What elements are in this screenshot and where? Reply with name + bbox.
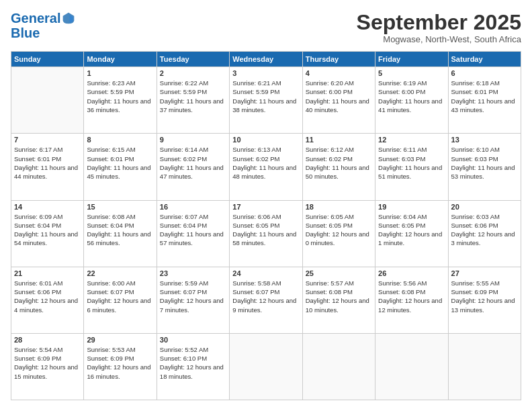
daylight-text: Daylight: 12 hours and 13 minutes. [451, 296, 518, 314]
daylight-text: Daylight: 11 hours and 47 minutes. [160, 163, 226, 181]
table-row: 29 Sunrise: 5:53 AM Sunset: 6:09 PM Dayl… [84, 333, 157, 400]
sunrise-text: Sunrise: 5:57 AM [306, 279, 372, 287]
table-row: 26 Sunrise: 5:56 AM Sunset: 6:08 PM Dayl… [375, 267, 448, 333]
day-number: 20 [451, 203, 518, 211]
header-wednesday: Wednesday [230, 52, 302, 67]
table-row: 10 Sunrise: 6:13 AM Sunset: 6:02 PM Dayl… [230, 134, 302, 200]
table-row: 1 Sunrise: 6:23 AM Sunset: 5:59 PM Dayli… [84, 67, 157, 134]
table-row: 19 Sunrise: 6:04 AM Sunset: 6:05 PM Dayl… [375, 200, 448, 267]
header-sunday: Sunday [11, 52, 84, 67]
sunrise-text: Sunrise: 6:20 AM [306, 79, 372, 87]
logo-text-blue: Blue [11, 26, 75, 40]
day-info: Sunrise: 5:58 AM Sunset: 6:07 PM Dayligh… [232, 279, 299, 314]
header: General Blue September 2025 Mogwase, Nor… [11, 11, 521, 44]
sunrise-text: Sunrise: 6:06 AM [232, 212, 299, 221]
sunrise-text: Sunrise: 6:15 AM [87, 145, 153, 154]
day-info: Sunrise: 6:14 AM Sunset: 6:02 PM Dayligh… [160, 145, 226, 181]
day-info: Sunrise: 6:09 AM Sunset: 6:04 PM Dayligh… [14, 212, 81, 248]
day-number: 2 [160, 69, 226, 77]
sunrise-text: Sunrise: 6:17 AM [14, 145, 81, 154]
table-row: 14 Sunrise: 6:09 AM Sunset: 6:04 PM Dayl… [11, 200, 84, 267]
table-row [375, 333, 448, 400]
table-row: 9 Sunrise: 6:14 AM Sunset: 6:02 PM Dayli… [157, 134, 229, 200]
sunset-text: Sunset: 6:02 PM [306, 154, 372, 163]
header-friday: Friday [375, 52, 448, 67]
table-row: 11 Sunrise: 6:12 AM Sunset: 6:02 PM Dayl… [302, 134, 375, 200]
day-info: Sunrise: 6:12 AM Sunset: 6:02 PM Dayligh… [306, 145, 372, 181]
sunset-text: Sunset: 6:03 PM [451, 154, 518, 163]
day-info: Sunrise: 6:23 AM Sunset: 5:59 PM Dayligh… [87, 79, 153, 114]
daylight-text: Daylight: 11 hours and 56 minutes. [87, 230, 153, 248]
day-number: 5 [378, 69, 445, 77]
day-number: 4 [306, 69, 372, 77]
table-row: 17 Sunrise: 6:06 AM Sunset: 6:05 PM Dayl… [230, 200, 302, 267]
sunset-text: Sunset: 6:02 PM [232, 154, 299, 163]
day-info: Sunrise: 6:08 AM Sunset: 6:04 PM Dayligh… [87, 212, 153, 248]
table-row: 16 Sunrise: 6:07 AM Sunset: 6:04 PM Dayl… [157, 200, 229, 267]
table-row: 4 Sunrise: 6:20 AM Sunset: 6:00 PM Dayli… [302, 67, 375, 134]
table-row: 7 Sunrise: 6:17 AM Sunset: 6:01 PM Dayli… [11, 134, 84, 200]
day-number: 28 [14, 336, 81, 344]
page: General Blue September 2025 Mogwase, Nor… [0, 0, 532, 411]
day-info: Sunrise: 5:57 AM Sunset: 6:08 PM Dayligh… [306, 279, 372, 314]
day-number: 19 [378, 203, 445, 211]
daylight-text: Daylight: 12 hours and 1 minute. [378, 230, 445, 248]
sunset-text: Sunset: 6:09 PM [87, 354, 153, 363]
daylight-text: Daylight: 11 hours and 43 minutes. [451, 97, 518, 115]
day-info: Sunrise: 6:00 AM Sunset: 6:07 PM Dayligh… [87, 279, 153, 314]
sunrise-text: Sunrise: 6:09 AM [14, 212, 81, 221]
day-number: 29 [87, 336, 153, 344]
sunset-text: Sunset: 6:05 PM [232, 221, 299, 230]
sunset-text: Sunset: 6:07 PM [232, 287, 299, 296]
day-number: 1 [87, 69, 153, 77]
daylight-text: Daylight: 12 hours and 4 minutes. [14, 296, 81, 314]
daylight-text: Daylight: 11 hours and 50 minutes. [306, 163, 372, 181]
sunset-text: Sunset: 6:10 PM [160, 354, 226, 363]
sunset-text: Sunset: 6:08 PM [378, 287, 445, 296]
table-row: 20 Sunrise: 6:03 AM Sunset: 6:06 PM Dayl… [448, 200, 521, 267]
calendar-header-row: Sunday Monday Tuesday Wednesday Thursday… [11, 52, 521, 67]
sunrise-text: Sunrise: 6:10 AM [451, 145, 518, 154]
day-info: Sunrise: 6:11 AM Sunset: 6:03 PM Dayligh… [378, 145, 445, 181]
daylight-text: Daylight: 11 hours and 53 minutes. [451, 163, 518, 181]
table-row: 21 Sunrise: 6:01 AM Sunset: 6:06 PM Dayl… [11, 267, 84, 333]
sunset-text: Sunset: 6:06 PM [14, 287, 81, 296]
daylight-text: Daylight: 11 hours and 54 minutes. [14, 230, 81, 248]
sunrise-text: Sunrise: 6:22 AM [160, 79, 226, 87]
logo-text-general: General [11, 11, 60, 26]
day-info: Sunrise: 5:53 AM Sunset: 6:09 PM Dayligh… [87, 345, 153, 381]
daylight-text: Daylight: 11 hours and 44 minutes. [14, 163, 81, 181]
table-row: 12 Sunrise: 6:11 AM Sunset: 6:03 PM Dayl… [375, 134, 448, 200]
sunset-text: Sunset: 6:04 PM [160, 221, 226, 230]
sunrise-text: Sunrise: 6:05 AM [306, 212, 372, 221]
day-info: Sunrise: 5:54 AM Sunset: 6:09 PM Dayligh… [14, 345, 81, 381]
sunrise-text: Sunrise: 5:54 AM [14, 345, 81, 354]
sunset-text: Sunset: 6:09 PM [451, 287, 518, 296]
day-number: 14 [14, 203, 81, 211]
day-info: Sunrise: 6:05 AM Sunset: 6:05 PM Dayligh… [306, 212, 372, 248]
day-info: Sunrise: 6:04 AM Sunset: 6:05 PM Dayligh… [378, 212, 445, 248]
day-info: Sunrise: 6:15 AM Sunset: 6:01 PM Dayligh… [87, 145, 153, 181]
day-info: Sunrise: 5:52 AM Sunset: 6:10 PM Dayligh… [160, 345, 226, 381]
day-number: 16 [160, 203, 226, 211]
calendar-week-row: 21 Sunrise: 6:01 AM Sunset: 6:06 PM Dayl… [11, 267, 521, 333]
daylight-text: Daylight: 12 hours and 7 minutes. [160, 296, 226, 314]
day-number: 24 [232, 269, 299, 277]
header-monday: Monday [84, 52, 157, 67]
day-info: Sunrise: 5:55 AM Sunset: 6:09 PM Dayligh… [451, 279, 518, 314]
day-info: Sunrise: 5:56 AM Sunset: 6:08 PM Dayligh… [378, 279, 445, 314]
day-info: Sunrise: 6:10 AM Sunset: 6:03 PM Dayligh… [451, 145, 518, 181]
month-title: September 2025 [357, 11, 521, 34]
table-row: 22 Sunrise: 6:00 AM Sunset: 6:07 PM Dayl… [84, 267, 157, 333]
daylight-text: Daylight: 11 hours and 41 minutes. [378, 97, 445, 115]
day-info: Sunrise: 6:19 AM Sunset: 6:00 PM Dayligh… [378, 79, 445, 114]
sunrise-text: Sunrise: 6:12 AM [306, 145, 372, 154]
sunrise-text: Sunrise: 6:13 AM [232, 145, 299, 154]
daylight-text: Daylight: 11 hours and 45 minutes. [87, 163, 153, 181]
day-info: Sunrise: 6:03 AM Sunset: 6:06 PM Dayligh… [451, 212, 518, 248]
daylight-text: Daylight: 11 hours and 57 minutes. [160, 230, 226, 248]
table-row: 2 Sunrise: 6:22 AM Sunset: 5:59 PM Dayli… [157, 67, 229, 134]
daylight-text: Daylight: 11 hours and 58 minutes. [232, 230, 299, 248]
day-info: Sunrise: 6:22 AM Sunset: 5:59 PM Dayligh… [160, 79, 226, 114]
day-number: 27 [451, 269, 518, 277]
